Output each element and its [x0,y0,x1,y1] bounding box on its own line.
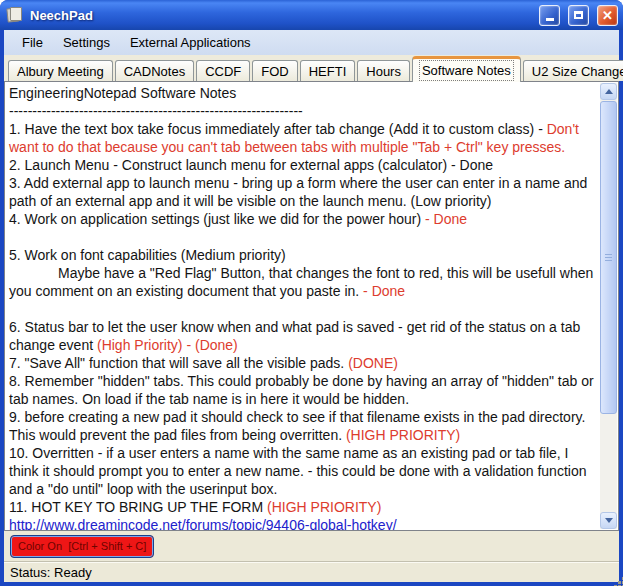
scroll-down-button[interactable] [600,512,617,529]
scrollbar-track[interactable] [600,100,617,512]
red-note-text: (HIGH PRIORITY) [267,499,381,515]
note-text: 2. Launch Menu - Construct launch menu f… [9,157,493,173]
status-bar: Status: Ready [4,561,619,582]
resize-grip[interactable] [613,576,616,579]
tab-hefti[interactable]: HEFTI [300,60,356,81]
menu-bar: FileSettingsExternal Applications [4,30,619,55]
editor-line: 4. Work on application settings (just li… [9,210,598,228]
window-frame: FileSettingsExternal Applications Albury… [0,30,623,586]
menu-item-external-applications[interactable]: External Applications [121,32,260,53]
editor-line: 11. HOT KEY TO BRING UP THE FORM (HIGH P… [9,498,598,516]
tab-label: HEFTI [309,64,347,79]
maximize-icon [574,11,583,19]
tab-cadnotes[interactable]: CADNotes [115,60,194,81]
close-button[interactable]: ✕ [597,5,618,26]
tab-label: Albury Meeting [17,64,104,79]
red-note-text: - Done [425,211,467,227]
scrollbar-thumb[interactable] [600,101,617,414]
window-title: NeechPad [30,8,531,23]
note-text: 10. Overritten - if a user enters a name… [9,445,586,497]
editor-line [9,228,598,246]
status-text: Status: Ready [10,565,92,580]
tab-software-notes[interactable]: Software Notes [412,56,521,82]
red-note-text: (High Priority) - (Done) [97,337,238,353]
note-text: 4. Work on application settings (just li… [9,211,425,227]
note-text: Maybe have a "Red Flag" Button, that cha… [9,265,593,299]
editor-line: 8. Remember "hidden" tabs. This could pr… [9,372,598,408]
editor-line [9,300,598,318]
tab-label: Hours [366,64,401,79]
note-text: 11. HOT KEY TO BRING UP THE FORM [9,499,267,515]
notes-editor[interactable]: EngineeringNotepad Software Notes-------… [4,81,619,531]
red-note-text: (HIGH PRIORITY) [346,427,460,443]
tab-fod[interactable]: FOD [252,60,297,81]
minimize-icon [546,18,554,21]
editor-line: EngineeringNotepad Software Notes [9,84,598,102]
arrow-up-icon [605,89,613,94]
editor-line: 3. Add external app to launch menu - bri… [9,174,598,210]
note-text: 8. Remember "hidden" tabs. This could pr… [9,373,594,407]
maximize-button[interactable] [568,5,589,26]
scrollbar-grip-icon [605,254,612,263]
scroll-up-button[interactable] [600,83,617,100]
tab-label: CCDF [205,64,241,79]
note-text: 9. before creating a new pad it should c… [9,409,585,443]
note-text: EngineeringNotepad Software Notes [9,85,236,101]
hyperlink[interactable]: http://www.dreamincode.net/forums/topic/… [9,517,397,530]
editor-line: 5. Work on font capabilities (Medium pri… [9,246,598,264]
vertical-scrollbar[interactable] [600,83,617,529]
app-window: NeechPad ✕ FileSettingsExternal Applicat… [0,0,623,586]
tab-hours[interactable]: Hours [357,60,410,81]
note-text: 7. "Save All" function that will save al… [9,355,348,371]
editor-line: 7. "Save All" function that will save al… [9,354,598,372]
editor-line: 9. before creating a new pad it should c… [9,408,598,444]
menu-item-file[interactable]: File [13,32,52,53]
tab-label: U2 Size Change EDR [532,64,623,79]
editor-line: 2. Launch Menu - Construct launch menu f… [9,156,598,174]
tab-label: Software Notes [422,63,511,78]
red-note-text: (DONE) [348,355,398,371]
note-text: 5. Work on font capabilities (Medium pri… [9,247,286,263]
title-bar[interactable]: NeechPad ✕ [0,0,623,30]
note-text: ----------------------------------------… [9,103,303,119]
arrow-down-icon [605,518,613,523]
note-text: 1. Have the text box take focus immediat… [9,121,547,137]
note-text: 6. Status bar to let the user know when … [9,319,580,353]
note-text: 3. Add external app to launch menu - bri… [9,175,587,209]
tab-label: CADNotes [124,64,185,79]
close-icon: ✕ [602,9,613,22]
minimize-button[interactable] [539,5,560,26]
tab-albury-meeting[interactable]: Albury Meeting [8,60,113,81]
editor-line: http://www.dreamincode.net/forums/topic/… [9,516,598,530]
tab-bar: Albury MeetingCADNotesCCDFFODHEFTIHoursS… [4,55,619,81]
bottom-panel: Color On [Ctrl + Shift + C] [4,531,619,561]
tab-u2-size-change-edr[interactable]: U2 Size Change EDR [523,60,623,81]
editor-line: ----------------------------------------… [9,102,598,120]
menu-item-settings[interactable]: Settings [54,32,119,53]
tab-label: FOD [261,64,288,79]
editor-line: 10. Overritten - if a user enters a name… [9,444,598,498]
red-note-text: - Done [363,283,405,299]
notes-text-area[interactable]: EngineeringNotepad Software Notes-------… [5,82,601,530]
editor-line: Maybe have a "Red Flag" Button, that cha… [9,264,598,300]
editor-line: 6. Status bar to let the user know when … [9,318,598,354]
tab-ccdf[interactable]: CCDF [196,60,250,81]
color-on-button[interactable]: Color On [Ctrl + Shift + C] [10,535,154,558]
editor-line: 1. Have the text box take focus immediat… [9,120,598,156]
notepad-app-icon [7,7,24,23]
